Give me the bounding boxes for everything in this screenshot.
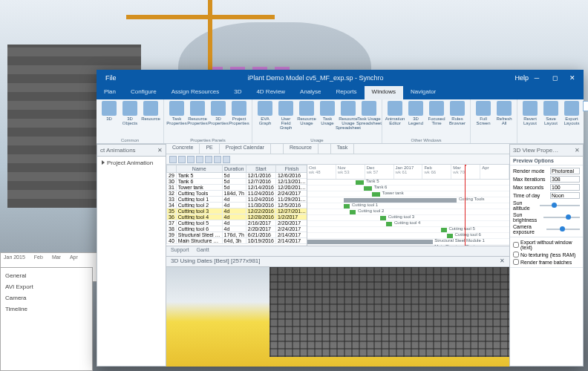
animations-title: ct Animations <box>100 147 136 154</box>
center-tab[interactable]: Concrete <box>166 144 200 154</box>
gantt-bar[interactable] <box>441 228 447 232</box>
toolbar-btn[interactable] <box>205 156 212 163</box>
toolbar-btn[interactable] <box>169 156 177 163</box>
help-link[interactable]: Help <box>514 74 529 82</box>
ribbon-resource-usage[interactable]: Resource Usage <box>297 101 316 137</box>
center-tab[interactable]: Project Calendar <box>220 144 271 154</box>
gantt-bar[interactable] <box>364 186 372 191</box>
ribbon-revert-layout[interactable]: Revert Layout <box>520 101 540 137</box>
props-close-icon[interactable]: ✕ <box>575 147 580 154</box>
ribbon-3d-properties[interactable]: 3D Properties <box>209 101 228 137</box>
table-row[interactable]: 37Cutting tool 54d2/16/20172/20/2017 <box>167 220 308 226</box>
table-row[interactable]: 30Tank 65d12/7/201612/13/201… <box>167 179 308 185</box>
render-mode-input[interactable] <box>550 168 580 174</box>
center-tab[interactable] <box>318 144 331 154</box>
check-batch[interactable]: Render frame batches <box>513 258 580 266</box>
table-row[interactable]: 29Tank 55d12/1/201612/6/2016 <box>167 173 308 179</box>
menu-configure[interactable]: Configure <box>123 86 164 99</box>
menu-4d-review[interactable]: 4D Review <box>249 86 293 99</box>
menu-reports[interactable]: Reports <box>329 86 365 99</box>
menu-assign-resources[interactable]: Assign Resources <box>164 86 226 99</box>
layout-1[interactable] <box>583 101 588 111</box>
ribbon-rules-browser[interactable]: Rules Browser <box>448 101 467 137</box>
menu-3d[interactable]: 3D <box>226 86 249 99</box>
center-tab[interactable] <box>271 144 284 154</box>
table-row[interactable]: 38Cutting tool 64d2/20/20172/24/2017 <box>167 226 308 232</box>
ribbon-resource[interactable]: Resource <box>141 101 160 137</box>
sun-bri-slider[interactable] <box>543 217 580 218</box>
ribbon-resource-properties[interactable]: Resource Properties <box>188 101 207 137</box>
ribbon-eva-graph[interactable]: EVA Graph <box>255 101 275 137</box>
focus-time-marker[interactable] <box>465 165 466 246</box>
ribbon-3d[interactable]: 3D <box>99 101 119 137</box>
gantt-bar[interactable] <box>350 210 356 214</box>
ribbon-3d-legend[interactable]: 3D Legend <box>406 101 425 137</box>
view3d-canvas[interactable] <box>166 267 509 367</box>
gantt-bar-label: Cutting tool 2 <box>358 209 384 213</box>
table-row[interactable]: 36Cutting tool 44d12/28/20161/2/2017 <box>167 214 308 220</box>
animations-close-icon[interactable]: ✕ <box>157 147 163 154</box>
gantt-bar-label: Cutting tool 4 <box>394 220 420 225</box>
gantt-bar[interactable] <box>356 180 364 185</box>
max-sec-input[interactable] <box>550 184 580 191</box>
table-row[interactable]: 40Main Structure …64d, 3h10/19/20162/14/… <box>167 238 308 244</box>
sun-alt-slider[interactable] <box>540 205 580 206</box>
toolbar-btn[interactable] <box>187 156 195 163</box>
check-notex[interactable]: No texturing (less RAM) <box>513 251 580 258</box>
ribbon-full-screen[interactable]: Full Screen <box>474 101 493 142</box>
table-row[interactable]: 31Tower tank5d12/14/201612/20/201… <box>167 185 308 191</box>
cam-exp-label: Camera exposure <box>513 224 546 234</box>
ribbon-task-usage-spreadsheet[interactable]: Task Usage Spreadsheet <box>359 101 379 137</box>
max-iter-input[interactable] <box>550 176 580 183</box>
table-row[interactable]: 35Cutting tool 34d12/22/201612/27/201… <box>167 209 308 214</box>
tree-root[interactable]: Project Animation <box>107 160 153 166</box>
check-export[interactable]: Export without window (text) <box>513 239 580 251</box>
menu-windows[interactable]: Windows <box>365 86 403 99</box>
gantt-bar[interactable] <box>372 192 380 197</box>
close-button[interactable]: ✕ <box>564 72 581 84</box>
menu-navigator[interactable]: Navigator <box>403 86 443 99</box>
ribbon-focused-time[interactable]: Focused Time <box>427 101 446 137</box>
table-row[interactable]: 39Structural Steel …176d, 7h6/21/20162/1… <box>167 232 308 238</box>
ribbon-save-layout[interactable]: Save Layout <box>541 101 561 137</box>
gantt-bar[interactable] <box>344 204 350 209</box>
gantt-bar[interactable] <box>380 216 386 220</box>
gantt-bar[interactable] <box>386 222 392 226</box>
file-menu[interactable]: File <box>99 74 122 82</box>
toolbar-btn[interactable] <box>196 156 203 163</box>
minimize-button[interactable]: ─ <box>529 72 545 84</box>
view3d-close-icon[interactable]: ✕ <box>500 257 505 266</box>
center-tab[interactable]: PE <box>200 144 219 154</box>
table-row[interactable]: 33Cutting tool 14d11/24/201611/29/201… <box>167 197 308 203</box>
tab-gantt[interactable]: Gantt <box>197 247 209 255</box>
gantt-bar[interactable] <box>307 240 433 244</box>
maximize-button[interactable]: ◻ <box>546 72 563 84</box>
gantt-chart[interactable]: Octwk 48Novwk 53Decwk 57Jan 2017wk 61Feb… <box>307 165 509 246</box>
gantt-bar-label: Tower tank <box>382 191 404 195</box>
ribbon-user-field-graph[interactable]: User Field Graph <box>276 101 295 137</box>
ribbon-export-layouts[interactable]: Export Layouts <box>562 101 581 137</box>
ribbon-3d-objects[interactable]: 3D Objects <box>120 101 140 137</box>
gantt-bar-label: Cutting tool 3 <box>388 214 414 219</box>
menu-plan[interactable]: Plan <box>97 86 123 99</box>
ribbon-refresh-all[interactable]: Refresh All <box>494 101 514 142</box>
toolbar-btn[interactable] <box>178 156 186 163</box>
ribbon-task-properties[interactable]: Task Properties <box>167 101 186 137</box>
tod-input[interactable] <box>550 192 580 199</box>
tab-support[interactable]: Support <box>171 247 189 255</box>
menu-analyse[interactable]: Analyse <box>293 86 328 99</box>
ribbon-animation-editor[interactable]: Animation Editor <box>385 101 405 137</box>
table-row[interactable]: 32Cutting Tools184d, 7h11/24/20162/24/20… <box>167 191 308 197</box>
tree-expand-icon[interactable] <box>102 160 105 165</box>
toolbar-btn[interactable] <box>214 156 221 163</box>
center-tab[interactable]: Resource <box>284 144 318 154</box>
ribbon-task-usage[interactable]: Task Usage <box>318 101 337 137</box>
gantt-table[interactable]: NameDurationStartFinish29Tank 55d12/1/20… <box>166 165 307 246</box>
cam-exp-slider[interactable] <box>546 229 580 230</box>
ribbon-project-properties[interactable]: Project Properties <box>229 101 249 137</box>
ribbon-resource-usage-spreadsheet[interactable]: Resource Usage Spreadsheet <box>339 101 358 137</box>
toolbar-btn[interactable] <box>223 156 230 163</box>
app-window: File iPlant Demo Model cv5_MF_exp.sp - S… <box>97 70 584 367</box>
table-row[interactable]: 34Cutting tool 24d11/30/201612/5/2016 <box>167 203 308 209</box>
center-tab[interactable]: Task <box>331 144 354 154</box>
